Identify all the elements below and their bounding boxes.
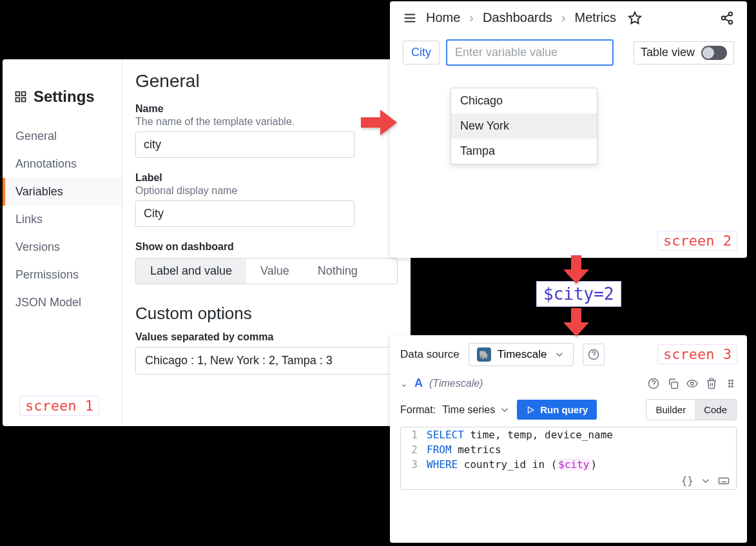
trash-icon[interactable] <box>706 378 717 389</box>
annotation-screen3: screen 3 <box>657 344 737 364</box>
format-label: Format: <box>400 404 436 416</box>
sql-keyword: SELECT <box>427 429 464 441</box>
query-letter[interactable]: A <box>414 376 423 390</box>
sidebar-item-general[interactable]: General <box>3 122 122 150</box>
svg-marker-25 <box>528 407 534 413</box>
breadcrumb-sep: › <box>561 10 566 25</box>
svg-point-19 <box>729 380 730 381</box>
name-input[interactable] <box>135 132 354 158</box>
braces-icon[interactable]: {} <box>681 474 693 487</box>
arrow-right-icon <box>361 108 397 139</box>
name-label: Name <box>135 103 398 115</box>
svg-point-10 <box>729 20 733 23</box>
star-icon[interactable] <box>628 11 642 25</box>
editor-mode-segmented: Builder Code <box>646 399 737 420</box>
grid-icon <box>14 90 27 103</box>
values-input[interactable] <box>135 347 398 375</box>
postgres-icon: 🐘 <box>477 347 491 362</box>
breadcrumb-home[interactable]: Home <box>426 10 460 25</box>
query-header-row: ⌄ A (Timescale) <box>390 374 747 395</box>
svg-point-21 <box>729 383 730 384</box>
label-input[interactable] <box>135 200 354 227</box>
svg-point-23 <box>729 385 730 387</box>
settings-title-row: Settings <box>3 88 122 122</box>
table-view-label: Table view <box>641 46 695 59</box>
hamburger-icon[interactable] <box>403 11 417 25</box>
dashboard-panel: Home › Dashboards › Metrics City Table v… <box>390 1 747 258</box>
variable-value-input[interactable] <box>446 39 614 66</box>
format-value: Time series <box>442 404 495 416</box>
collapse-chevron-icon[interactable]: ⌄ <box>400 378 408 389</box>
query-panel: Data source 🐘 Timescale ⌄ A (Timescale) … <box>390 335 747 543</box>
editor-footer: {} <box>401 472 736 489</box>
keyboard-icon[interactable] <box>718 475 730 487</box>
dashboard-header: Home › Dashboards › Metrics <box>390 1 747 32</box>
svg-point-20 <box>732 380 733 381</box>
show-on-dashboard-label: Show on dashboard <box>135 241 398 253</box>
breadcrumb-dashboards[interactable]: Dashboards <box>483 10 552 25</box>
breadcrumb-sep: › <box>469 10 474 25</box>
show-option-value[interactable]: Value <box>246 258 304 284</box>
share-icon[interactable] <box>720 11 734 25</box>
table-view-group: Table view <box>634 41 734 64</box>
help-icon <box>588 349 599 360</box>
breadcrumb-metrics[interactable]: Metrics <box>575 10 616 25</box>
eye-icon[interactable] <box>686 378 698 389</box>
arrow-down-icon <box>562 255 590 286</box>
svg-rect-2 <box>16 98 20 102</box>
play-icon <box>526 405 535 414</box>
sidebar-item-variables[interactable]: Variables <box>3 178 122 206</box>
svg-point-18 <box>691 382 694 385</box>
custom-options-title: Custom options <box>135 304 398 324</box>
svg-rect-26 <box>719 478 729 483</box>
settings-panel: Settings General Annotations Variables L… <box>3 59 411 426</box>
query-name: (Timescale) <box>429 378 483 389</box>
chevron-down-icon <box>499 404 510 416</box>
sql-variable: $city <box>557 458 590 471</box>
sql-editor[interactable]: 1 SELECT time, temp, device_name 2 FROM … <box>400 427 737 490</box>
annotation-screen1: screen 1 <box>19 396 99 416</box>
svg-rect-3 <box>22 98 26 102</box>
sql-text: country_id in ( <box>458 458 557 471</box>
sql-text: metrics <box>452 444 501 456</box>
sidebar-item-links[interactable]: Links <box>3 206 122 233</box>
show-option-nothing[interactable]: Nothing <box>304 258 372 284</box>
line-number: 2 <box>401 444 427 456</box>
help-icon[interactable] <box>648 378 659 389</box>
svg-line-11 <box>725 14 729 17</box>
datasource-select[interactable]: 🐘 Timescale <box>469 343 574 366</box>
variable-chip-city[interactable]: City <box>403 41 440 64</box>
datasource-help-button[interactable] <box>583 344 605 366</box>
values-label: Values separated by comma <box>135 331 398 343</box>
datasource-value: Timescale <box>498 348 547 361</box>
datasource-label: Data source <box>400 348 460 361</box>
dropdown-item-new-york[interactable]: New York <box>451 113 597 139</box>
run-query-label: Run query <box>540 404 588 415</box>
name-hint: The name of the template variable. <box>135 116 398 128</box>
svg-point-24 <box>732 385 733 387</box>
sidebar-item-json-model[interactable]: JSON Model <box>3 289 122 317</box>
svg-marker-7 <box>629 12 641 23</box>
format-select[interactable]: Time series <box>442 404 510 416</box>
sidebar-item-annotations[interactable]: Annotations <box>3 150 122 178</box>
run-query-button[interactable]: Run query <box>517 400 597 420</box>
variable-bar: City Table view <box>390 32 747 73</box>
drag-handle-icon[interactable] <box>725 378 737 389</box>
dropdown-item-tampa[interactable]: Tampa <box>451 139 597 164</box>
settings-title: Settings <box>34 88 95 106</box>
show-on-dashboard-segmented: Label and value Value Nothing <box>135 258 398 284</box>
svg-point-22 <box>732 383 733 384</box>
settings-sidebar: Settings General Annotations Variables L… <box>3 59 122 426</box>
copy-icon[interactable] <box>667 378 679 389</box>
sql-keyword: WHERE <box>427 458 458 471</box>
chevron-down-icon[interactable] <box>700 475 712 487</box>
dropdown-item-chicago[interactable]: Chicago <box>451 88 597 113</box>
svg-rect-1 <box>22 92 26 96</box>
sidebar-item-permissions[interactable]: Permissions <box>3 261 122 289</box>
svg-line-12 <box>725 19 729 21</box>
table-view-toggle[interactable] <box>701 46 727 60</box>
mode-code[interactable]: Code <box>695 400 736 420</box>
mode-builder[interactable]: Builder <box>646 400 695 420</box>
sidebar-item-versions[interactable]: Versions <box>3 233 122 261</box>
show-option-label-value[interactable]: Label and value <box>136 258 246 284</box>
